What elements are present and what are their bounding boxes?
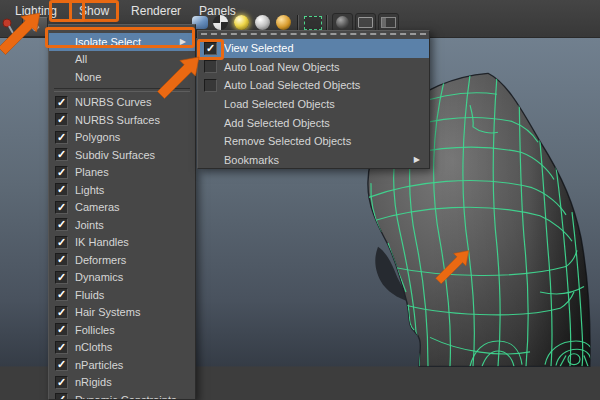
smooth-shade-icon-glyph — [255, 15, 270, 30]
menu-item-label: nParticles — [75, 359, 123, 371]
left-tool-icons: ◈ — [1, 17, 48, 37]
snap-tool-icon[interactable] — [1, 18, 17, 36]
checkbox-ik-handles[interactable]: ✓ — [55, 236, 68, 249]
menu-item-ik-handles[interactable]: ✓IK Handles — [49, 234, 195, 252]
gate-mask-icon-glyph — [381, 17, 396, 28]
menu-item-hair-systems[interactable]: ✓Hair Systems — [49, 304, 195, 322]
dark-sphere-icon-glyph — [336, 16, 349, 29]
menu-item-label: All — [75, 53, 87, 65]
checkbox-cameras[interactable]: ✓ — [55, 201, 68, 214]
menu-item-label: Deformers — [75, 254, 126, 266]
menu-item-label: Follicles — [75, 324, 115, 336]
checkbox-polygons[interactable]: ✓ — [55, 131, 68, 144]
checkbox-lights[interactable]: ✓ — [55, 183, 68, 196]
toolbar-divider — [326, 15, 328, 30]
menu-item-label: Fluids — [75, 289, 104, 301]
menu-item-label: Add Selected Objects — [224, 117, 330, 129]
menu-item-auto-load-selected-objects[interactable]: Auto Load Selected Objects — [198, 76, 429, 95]
menu-item-dynamics[interactable]: ✓Dynamics — [49, 269, 195, 287]
checkbox-deformers[interactable]: ✓ — [55, 253, 68, 266]
menu-item-nurbs-surfaces[interactable]: ✓NURBS Surfaces — [49, 111, 195, 129]
menu-item-polygons[interactable]: ✓Polygons — [49, 129, 195, 147]
menu-item-label: View Selected — [224, 42, 294, 54]
menu-item-label: Dynamics — [75, 271, 123, 283]
menu-item-deformers[interactable]: ✓Deformers — [49, 251, 195, 269]
menu-item-label: Subdiv Surfaces — [75, 149, 155, 161]
menu-item-label: Auto Load Selected Objects — [224, 79, 360, 91]
maya-panel: Lighting Show Renderer Panels ◈ Isolate … — [0, 0, 600, 400]
menu-item-dynamic-constraints[interactable]: ✓Dynamic Constraints — [49, 391, 195, 400]
textured-view-icon-glyph — [304, 16, 322, 30]
menu-item-lights[interactable]: ✓Lights — [49, 181, 195, 199]
menu-item-label: Joints — [75, 219, 104, 231]
menu-item-label: Load Selected Objects — [224, 98, 335, 110]
menu-item-label: Hair Systems — [75, 306, 140, 318]
checkbox-fluids[interactable]: ✓ — [55, 288, 68, 301]
film-gate-icon-glyph — [358, 17, 373, 28]
menu-item-fluids[interactable]: ✓Fluids — [49, 286, 195, 304]
show-menu-popup: Isolate Select▶AllNone✓NURBS Curves✓NURB… — [48, 24, 196, 400]
checkbox-nparticles[interactable]: ✓ — [55, 358, 68, 371]
menu-item-label: Bookmarks — [224, 154, 279, 166]
layers-diamond-icon[interactable]: ◈ — [22, 17, 48, 37]
menu-item-label: IK Handles — [75, 236, 129, 248]
tearoff-dashed-line[interactable] — [52, 27, 192, 31]
menu-item-label: Auto Load New Objects — [224, 61, 340, 73]
checkbox-nrigids[interactable]: ✓ — [55, 376, 68, 389]
checkbox-nurbs-curves[interactable]: ✓ — [55, 96, 68, 109]
checkbox-view-selected[interactable]: ✓ — [204, 42, 217, 55]
menu-item-add-selected-objects[interactable]: Add Selected Objects — [198, 113, 429, 132]
menu-item-label: Planes — [75, 166, 109, 178]
menu-separator — [54, 88, 190, 92]
menu-show[interactable]: Show — [69, 0, 119, 22]
menu-item-load-selected-objects[interactable]: Load Selected Objects — [198, 95, 429, 114]
menu-item-label: NURBS Surfaces — [75, 114, 160, 126]
menu-item-cameras[interactable]: ✓Cameras — [49, 199, 195, 217]
menu-item-view-selected[interactable]: ✓View Selected — [198, 39, 429, 58]
checkbox-dynamic-constraints[interactable]: ✓ — [55, 393, 68, 400]
menu-item-all[interactable]: All — [49, 51, 195, 69]
menu-item-follicles[interactable]: ✓Follicles — [49, 321, 195, 339]
checkbox-dynamics[interactable]: ✓ — [55, 271, 68, 284]
menu-item-nrigids[interactable]: ✓nRigids — [49, 374, 195, 392]
isolate-select-submenu-popup: ✓View SelectedAuto Load New ObjectsAuto … — [197, 30, 430, 169]
menu-item-label: nRigids — [75, 376, 112, 388]
checkbox-planes[interactable]: ✓ — [55, 166, 68, 179]
menu-renderer[interactable]: Renderer — [122, 2, 190, 20]
menu-item-label: Remove Selected Objects — [224, 135, 351, 147]
checkbox-hair-systems[interactable]: ✓ — [55, 306, 68, 319]
menu-item-ncloths[interactable]: ✓nCloths — [49, 339, 195, 357]
checkbox-subdiv-surfaces[interactable]: ✓ — [55, 148, 68, 161]
menu-item-bookmarks[interactable]: Bookmarks▶ — [198, 151, 429, 169]
menu-item-label: Polygons — [75, 131, 120, 143]
checkbox-auto-load-new-objects[interactable] — [204, 60, 217, 73]
menu-item-label: NURBS Curves — [75, 96, 151, 108]
menu-item-subdiv-surfaces[interactable]: ✓Subdiv Surfaces — [49, 146, 195, 164]
checkbox-nurbs-surfaces[interactable]: ✓ — [55, 113, 68, 126]
checkbox-auto-load-selected-objects[interactable] — [204, 79, 217, 92]
menu-item-none[interactable]: None — [49, 68, 195, 86]
menu-item-label: nCloths — [75, 341, 112, 353]
menu-item-auto-load-new-objects[interactable]: Auto Load New Objects — [198, 58, 429, 77]
menu-item-nurbs-curves[interactable]: ✓NURBS Curves — [49, 94, 195, 112]
checkbox-joints[interactable]: ✓ — [55, 218, 68, 231]
menu-item-isolate-select[interactable]: Isolate Select▶ — [49, 33, 195, 51]
checkbox-follicles[interactable]: ✓ — [55, 323, 68, 336]
submenu-arrow-icon: ▶ — [414, 155, 420, 164]
tearoff-dashed-line[interactable] — [201, 33, 426, 37]
menu-item-label: None — [75, 71, 101, 83]
menu-item-label: Dynamic Constraints — [75, 394, 176, 400]
menu-item-remove-selected-objects[interactable]: Remove Selected Objects — [198, 132, 429, 151]
checker-material-icon-glyph — [213, 15, 228, 30]
menu-item-joints[interactable]: ✓Joints — [49, 216, 195, 234]
toolbar-divider — [297, 15, 299, 30]
textured-shade-icon-glyph — [276, 15, 291, 30]
menu-item-label: Isolate Select — [75, 36, 141, 48]
menu-item-label: Cameras — [75, 201, 120, 213]
all-lights-icon-glyph — [234, 15, 249, 30]
submenu-arrow-icon: ▶ — [180, 37, 186, 46]
menu-item-planes[interactable]: ✓Planes — [49, 164, 195, 182]
menu-item-label: Lights — [75, 184, 104, 196]
checkbox-ncloths[interactable]: ✓ — [55, 341, 68, 354]
menu-item-nparticles[interactable]: ✓nParticles — [49, 356, 195, 374]
